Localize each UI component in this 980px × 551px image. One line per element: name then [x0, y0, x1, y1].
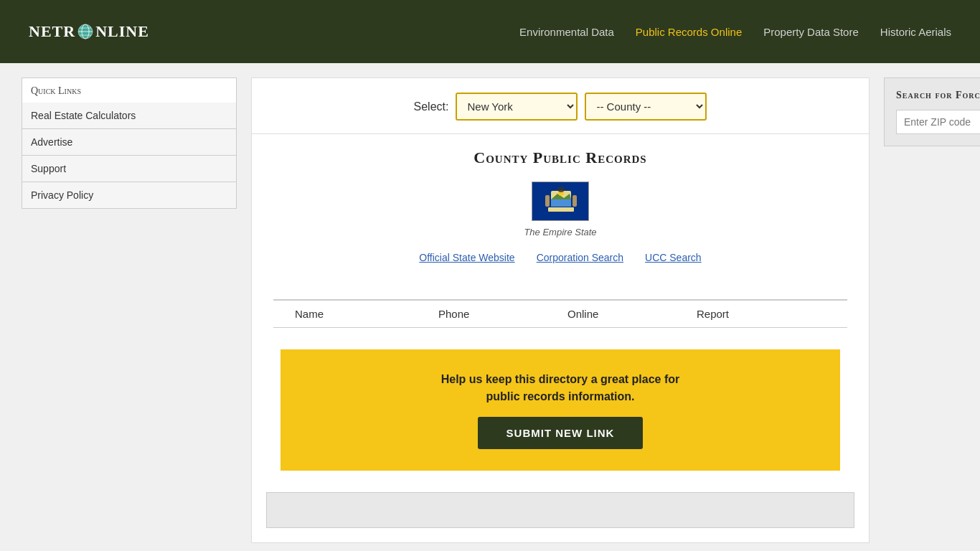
sidebar-item-privacy[interactable]: Privacy Policy [22, 182, 237, 209]
svg-point-13 [557, 187, 565, 192]
col-header-phone: Phone [438, 308, 567, 320]
svg-rect-14 [548, 207, 574, 212]
svg-rect-11 [545, 195, 550, 207]
logo: NETR NLINE [29, 22, 149, 41]
foreclosure-box: Search for Forclosures Find! [884, 77, 980, 146]
sidebar-item-real-estate[interactable]: Real Estate Calculators [22, 103, 237, 129]
nav-property-data[interactable]: Property Data Store [763, 26, 859, 38]
main-wrapper: Quick Links Real Estate Calculators Adve… [0, 63, 980, 551]
state-flag [532, 182, 589, 221]
logo-text-after: NLINE [95, 22, 149, 41]
banner-text: Help us keep this directory a great plac… [295, 371, 826, 405]
col-header-name: Name [295, 308, 438, 320]
left-sidebar: Quick Links Real Estate Calculators Adve… [22, 77, 237, 543]
logo-text-before: NETR [29, 22, 75, 41]
county-section: County Public Records [252, 134, 869, 299]
page-title: County Public Records [273, 149, 847, 167]
svg-rect-8 [551, 199, 571, 207]
nav-historic-aerials[interactable]: Historic Aerials [880, 26, 951, 38]
state-links: Official State Website Corporation Searc… [273, 252, 847, 263]
svg-rect-12 [573, 195, 577, 207]
right-sidebar: Search for Forclosures Find! [884, 77, 980, 543]
col-header-report: Report [697, 308, 826, 320]
yellow-banner-wrapper: Help us keep this directory a great plac… [252, 335, 869, 492]
county-select[interactable]: -- County -- [585, 93, 707, 121]
foreclosure-title: Search for Forclosures [896, 90, 980, 101]
select-bar: Select: New York -- County -- [252, 78, 869, 134]
nav-public-records[interactable]: Public Records Online [636, 26, 742, 38]
state-caption: The Empire State [273, 227, 847, 237]
foreclosure-input-row: Find! [896, 110, 980, 134]
quick-links-title: Quick Links [22, 77, 237, 103]
yellow-banner: Help us keep this directory a great plac… [281, 349, 840, 471]
submit-new-link-button[interactable]: SUBMIT NEW LINK [478, 417, 644, 449]
select-label: Select: [414, 100, 449, 113]
ucc-search-link[interactable]: UCC Search [645, 252, 702, 263]
sidebar-item-support[interactable]: Support [22, 156, 237, 182]
nav-environmental-data[interactable]: Environmental Data [519, 26, 614, 38]
globe-icon [77, 24, 93, 39]
official-state-website-link[interactable]: Official State Website [419, 252, 514, 263]
header: NETR NLINE Environmental Data Public Rec… [0, 0, 980, 63]
state-select[interactable]: New York [456, 93, 578, 121]
table-area: Name Phone Online Report [252, 300, 869, 335]
sidebar-item-advertise[interactable]: Advertise [22, 129, 237, 156]
col-header-online: Online [567, 308, 697, 320]
main-nav: Environmental Data Public Records Online… [519, 26, 951, 38]
table-header-row: Name Phone Online Report [273, 300, 847, 328]
gray-bottom-section [266, 492, 854, 528]
corporation-search-link[interactable]: Corporation Search [537, 252, 623, 263]
main-content: Select: New York -- County -- County Pub… [251, 77, 870, 543]
zip-code-input[interactable] [896, 110, 980, 134]
